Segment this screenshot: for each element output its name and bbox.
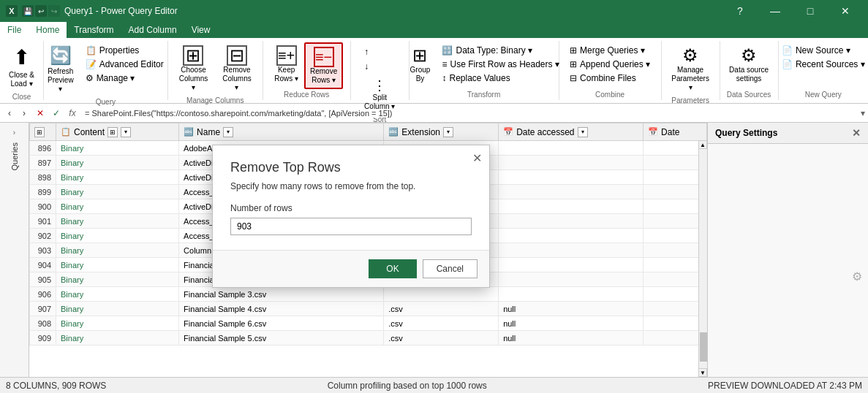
remove-columns-button[interactable]: ⊟ RemoveColumns ▾ <box>216 42 258 95</box>
manage-button[interactable]: ⚙ Manage ▾ <box>81 72 168 85</box>
table-row[interactable]: 908 Binary Financial Sample 6.csv .csv n… <box>30 316 707 331</box>
scroll-up-button[interactable]: ▲ <box>698 140 707 149</box>
undo-icon[interactable]: ↩ <box>35 5 47 17</box>
ribbon-group-close: ⬆ Close &Load ▾ Close <box>0 41 44 100</box>
replace-values-button[interactable]: ↕ Replace Values <box>437 72 563 85</box>
help-button[interactable]: ? <box>723 0 757 22</box>
sort-asc-button[interactable]: ↑ <box>360 45 373 58</box>
new-source-button[interactable]: 📄 New Source ▾ <box>777 44 868 57</box>
formula-expand-button[interactable]: ▾ <box>861 108 865 118</box>
ext-col-sort[interactable]: ▾ <box>443 127 453 137</box>
menu-view[interactable]: View <box>184 22 218 38</box>
sort-desc-button[interactable]: ↓ <box>360 60 373 73</box>
keep-rows-button[interactable]: ≡+ KeepRows ▾ <box>270 42 303 86</box>
name-type-icon: 🔤 <box>184 127 194 137</box>
dialog-ok-button[interactable]: OK <box>369 259 416 278</box>
table-row[interactable]: 909 Binary Financial Sample 5.csv .csv n… <box>30 331 707 346</box>
data-source-settings-button[interactable]: ⚙ Data sourcesettings <box>725 42 773 86</box>
row-number: 908 <box>30 316 56 331</box>
date-accessed-cell: null <box>499 331 644 346</box>
content-cell: Binary <box>56 141 179 156</box>
extension-cell: .csv <box>384 302 499 316</box>
query-settings-header: Query Settings ✕ <box>708 123 868 144</box>
save-icon[interactable]: 💾 <box>22 5 34 17</box>
formula-bar: ‹ › ✕ ✓ fx ▾ <box>0 104 868 123</box>
group-by-button[interactable]: ⊞ GroupBy <box>404 42 436 86</box>
content-col-expand[interactable]: ⊞ <box>107 127 118 137</box>
formula-confirm-button[interactable]: ✓ <box>50 107 63 120</box>
date-cell <box>644 243 707 258</box>
queries-panel-toggle[interactable]: › <box>13 129 15 137</box>
maximize-button[interactable]: □ <box>793 0 827 22</box>
date-cell <box>644 287 707 302</box>
date-accessed-cell <box>499 287 644 302</box>
menu-transform[interactable]: Transform <box>67 22 121 38</box>
nav-prev-button[interactable]: ‹ <box>3 107 16 120</box>
use-first-row-button[interactable]: ≡ Use First Row as Headers ▾ <box>437 58 563 71</box>
menu-home[interactable]: Home <box>29 22 67 38</box>
append-queries-button[interactable]: ⊞ Append Queries ▾ <box>565 58 654 71</box>
dialog-rows-input[interactable] <box>230 218 472 235</box>
dialog-title: Remove Top Rows <box>213 145 489 181</box>
content-cell: Binary <box>56 316 179 331</box>
ribbon-group-new-query-label: New Query <box>805 91 842 99</box>
content-col-sort[interactable]: ▾ <box>121 127 131 137</box>
combine-files-button[interactable]: ⊟ Combine Files <box>565 72 654 85</box>
ribbon-group-transform-label: Transform <box>467 91 500 99</box>
table-row[interactable]: 907 Binary Financial Sample 4.csv .csv n… <box>30 302 707 316</box>
name-cell: Financial Sample 5.csv <box>179 331 384 346</box>
remove-rows-button[interactable]: ≡− RemoveRows ▾ <box>304 42 343 89</box>
scroll-thumb[interactable] <box>700 332 707 362</box>
date-accessed-cell <box>499 170 644 185</box>
advanced-editor-button[interactable]: 📝 Advanced Editor <box>81 58 168 71</box>
recent-sources-button[interactable]: 📄 Recent Sources ▾ <box>777 58 868 71</box>
remove-columns-icon: ⊟ <box>227 45 247 66</box>
date-accessed-cell <box>499 214 644 229</box>
close-button[interactable]: ✕ <box>829 0 862 22</box>
close-load-button[interactable]: ⬆ Close &Load ▾ <box>4 42 39 91</box>
minimize-button[interactable]: — <box>758 0 792 22</box>
choose-columns-button[interactable]: ⊞ ChooseColumns ▾ <box>173 42 215 95</box>
nav-next-button[interactable]: › <box>18 107 31 120</box>
table-expand-button[interactable]: ⊞ <box>34 127 45 137</box>
date-cell <box>644 229 707 243</box>
data-type-button[interactable]: 🔡 Data Type: Binary ▾ <box>437 44 563 57</box>
scroll-down-button[interactable]: ▼ <box>698 368 707 377</box>
merge-queries-button[interactable]: ⊞ Merge Queries ▾ <box>565 44 654 57</box>
ribbon-group-transform: ⊞ GroupBy 🔡 Data Type: Binary ▾ ≡ Use Fi… <box>410 41 559 100</box>
date-accessed-cell <box>499 141 644 156</box>
manage-parameters-button[interactable]: ⚙ ManageParameters ▾ <box>666 42 715 95</box>
table-row[interactable]: 906 Binary Financial Sample 3.csv <box>30 287 707 302</box>
formula-cancel-button[interactable]: ✕ <box>34 107 47 120</box>
dialog-cancel-button[interactable]: Cancel <box>423 259 478 278</box>
ribbon-group-close-label: Close <box>12 93 31 101</box>
date-accessed-cell <box>499 199 644 214</box>
content-cell: Binary <box>56 258 179 272</box>
date-cell <box>644 199 707 214</box>
row-number: 907 <box>30 302 56 316</box>
redo-icon[interactable]: ↪ <box>48 5 60 17</box>
date-accessed-col-sort[interactable]: ▾ <box>578 127 588 137</box>
menu-add-column[interactable]: Add Column <box>121 22 184 38</box>
date-cell <box>644 141 707 156</box>
properties-button[interactable]: 📋 Properties <box>81 44 168 57</box>
ribbon-group-reduce-rows-label: Reduce Rows <box>284 91 329 99</box>
formula-input[interactable] <box>82 109 858 118</box>
query-settings-close-button[interactable]: ✕ <box>852 127 861 139</box>
ribbon-group-query: 🔄 RefreshPreview ▾ 📋 Properties 📝 Advanc… <box>44 41 168 100</box>
date-cell <box>644 170 707 185</box>
content-cell: Binary <box>56 199 179 214</box>
dialog-close-button[interactable]: ✕ <box>472 151 482 165</box>
date-accessed-cell <box>499 258 644 272</box>
vertical-scrollbar[interactable]: ▲ ▼ <box>698 140 707 377</box>
ribbon-group-manage-columns: ⊞ ChooseColumns ▾ ⊟ RemoveColumns ▾ Mana… <box>168 41 263 100</box>
name-col-sort[interactable]: ▾ <box>223 127 233 137</box>
row-number: 904 <box>30 258 56 272</box>
use-first-row-icon: ≡ <box>442 59 447 69</box>
extension-cell: .csv <box>384 316 499 331</box>
row-number: 896 <box>30 141 56 156</box>
menu-file[interactable]: File <box>0 22 29 38</box>
refresh-preview-button[interactable]: 🔄 RefreshPreview ▾ <box>43 42 78 96</box>
name-cell: Financial Sample 4.csv <box>179 302 384 316</box>
content-cell: Binary <box>56 229 179 243</box>
